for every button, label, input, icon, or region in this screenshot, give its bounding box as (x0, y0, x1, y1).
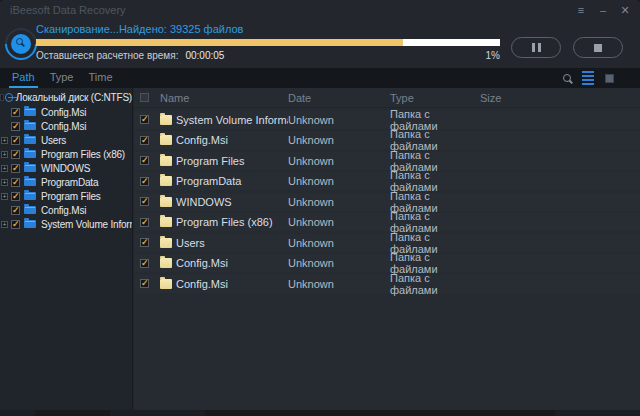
tab-time[interactable]: Time (86, 68, 116, 88)
search-icon[interactable] (563, 74, 571, 82)
expand-icon[interactable]: + (1, 179, 8, 186)
row-icon-cell (160, 115, 176, 125)
checkbox[interactable] (11, 178, 20, 187)
cell-date: Unknown (288, 114, 390, 126)
cell-type: Папка с файлами (390, 272, 480, 296)
folder-icon (160, 238, 172, 248)
checkbox[interactable] (140, 197, 149, 206)
header-check-cell (134, 93, 160, 102)
table-row[interactable]: Program Files (x86)UnknownПапка с файлам… (134, 213, 640, 231)
checkbox[interactable] (11, 206, 20, 215)
scan-status-text: Сканирование...Найдено: 39325 файлов (36, 23, 243, 35)
checkbox[interactable] (11, 220, 20, 229)
row-check-cell (134, 259, 160, 268)
menu-icon[interactable]: ≡ (570, 0, 592, 20)
close-icon[interactable]: ✕ (614, 0, 636, 20)
tree-item-label: Config.Msi (41, 121, 86, 132)
table-row[interactable]: ProgramDataUnknownПапка с файлами (134, 172, 640, 190)
checkbox[interactable] (140, 279, 149, 288)
table-row[interactable]: WINDOWSUnknownПапка с файлами (134, 193, 640, 211)
table-row[interactable]: Config.MsiUnknownПапка с файлами (134, 131, 640, 149)
folder-icon (24, 178, 36, 186)
table-row[interactable]: UsersUnknownПапка с файлами (134, 234, 640, 252)
tree-item[interactable]: +ProgramData (0, 175, 132, 189)
table-rows: System Volume InformationUnknownПапка с … (134, 111, 640, 293)
column-date[interactable]: Date (288, 92, 390, 104)
column-type[interactable]: Type (390, 92, 480, 104)
checkbox[interactable] (140, 136, 149, 145)
tree-item[interactable]: +Program Files (0, 189, 132, 203)
tree-item-label: ProgramData (41, 177, 98, 188)
checkbox[interactable] (140, 177, 149, 186)
grid-view-icon[interactable] (605, 74, 614, 83)
tree-item[interactable]: +WINDOWS (0, 161, 132, 175)
expand-icon[interactable]: + (1, 137, 8, 144)
expand-icon[interactable]: + (1, 193, 8, 200)
row-icon-cell (160, 238, 176, 248)
column-name[interactable]: Name (160, 92, 288, 104)
checkbox[interactable] (140, 238, 149, 247)
tab-path[interactable]: Path (9, 68, 38, 88)
window-title: iBeesoft Data Recovery (10, 4, 126, 16)
table-row[interactable]: Config.MsiUnknownПапка с файлами (134, 275, 640, 293)
cell-name: ProgramData (176, 175, 288, 187)
table-row[interactable]: Config.MsiUnknownПапка с файлами (134, 254, 640, 272)
tree-item-label: System Volume Information (41, 219, 133, 230)
row-icon-cell (160, 279, 176, 289)
checkbox[interactable] (11, 150, 20, 159)
desktop-edge (0, 410, 640, 416)
row-check-cell (134, 115, 160, 124)
minimize-icon[interactable]: – (592, 0, 614, 20)
pause-icon (532, 43, 535, 52)
folder-icon (24, 192, 36, 200)
tree-item[interactable]: +Users (0, 133, 132, 147)
folder-icon (160, 217, 172, 227)
checkbox[interactable] (11, 136, 20, 145)
checkbox[interactable] (11, 122, 20, 131)
pause-icon (538, 43, 541, 52)
tree-item[interactable]: +System Volume Information (0, 217, 132, 231)
root-expand-icon[interactable] (0, 94, 4, 101)
content: Локальный диск (C:NTFS) +Config.Msi+Conf… (0, 88, 640, 410)
checkbox[interactable] (11, 164, 20, 173)
pause-button[interactable] (511, 37, 561, 58)
checkbox[interactable] (140, 259, 149, 268)
folder-icon (24, 108, 36, 116)
tree-item-label: Program Files (41, 191, 101, 202)
tree-item[interactable]: +Config.Msi (0, 119, 132, 133)
expand-icon[interactable]: + (1, 221, 8, 228)
list-view-icon[interactable] (582, 71, 594, 85)
row-check-cell (134, 197, 160, 206)
checkbox[interactable] (140, 156, 149, 165)
tree-item[interactable]: +Config.Msi (0, 105, 132, 119)
checkbox[interactable] (140, 115, 149, 124)
tree-item[interactable]: +Config.Msi (0, 203, 132, 217)
table-row[interactable]: Program FilesUnknownПапка с файлами (134, 152, 640, 170)
select-all-checkbox[interactable] (140, 93, 149, 102)
table-row[interactable]: System Volume InformationUnknownПапка с … (134, 111, 640, 129)
cell-date: Unknown (288, 216, 390, 228)
expand-icon[interactable]: + (1, 151, 8, 158)
expand-icon[interactable]: + (1, 165, 8, 172)
checkbox[interactable] (11, 108, 20, 117)
magnifier-icon (16, 38, 23, 45)
folder-icon (24, 136, 36, 144)
tab-type[interactable]: Type (47, 68, 77, 88)
checkbox[interactable] (11, 192, 20, 201)
cell-date: Unknown (288, 155, 390, 167)
row-check-cell (134, 279, 160, 288)
stop-button[interactable] (573, 37, 623, 58)
checkbox[interactable] (140, 218, 149, 227)
tree-root-disk[interactable]: Локальный диск (C:NTFS) (0, 90, 132, 105)
tree-item[interactable]: +Program Files (x86) (0, 147, 132, 161)
cell-name: Users (176, 237, 288, 249)
disk-icon (5, 93, 13, 102)
desktop-edge-segment (35, 410, 110, 416)
folder-icon (24, 164, 36, 172)
cell-name: WINDOWS (176, 196, 288, 208)
cell-date: Unknown (288, 257, 390, 269)
column-size[interactable]: Size (480, 92, 640, 104)
remaining-value: 00:00:05 (185, 50, 224, 61)
folder-icon (160, 176, 172, 186)
row-check-cell (134, 177, 160, 186)
